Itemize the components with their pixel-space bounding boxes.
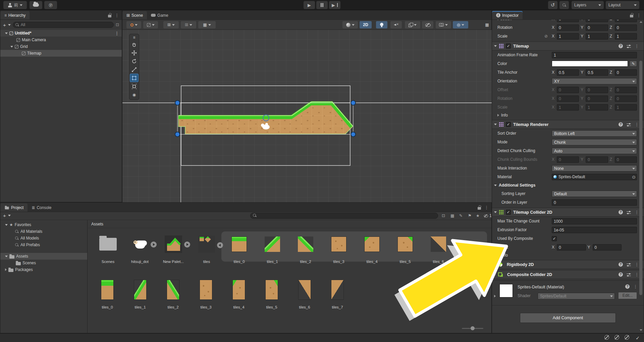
2d-toggle-button[interactable]: 2D (360, 21, 372, 28)
collab-muted-icon[interactable] (614, 335, 620, 341)
scene-visibility-button[interactable] (422, 21, 433, 28)
asset-item-tiles5[interactable]: tiles_5 (256, 276, 287, 309)
scale-z-field[interactable]: 1 (615, 33, 637, 40)
position-x-field[interactable]: 0 (557, 20, 579, 22)
asset-item-tiles7[interactable]: tiles_7 (322, 276, 353, 309)
tree-packages[interactable]: Packages (0, 266, 87, 273)
preset-icon[interactable] (627, 210, 631, 214)
pause-button[interactable] (316, 1, 328, 9)
sort-order-dropdown[interactable]: Bottom Left (552, 130, 637, 137)
slider-knob[interactable] (471, 326, 475, 330)
hierarchy-row-tilemap[interactable]: Tilemap (0, 50, 122, 57)
cloud-button[interactable] (30, 1, 42, 9)
hierarchy-row-grid[interactable]: Grid (0, 43, 122, 50)
expand-arrow-button[interactable] (151, 242, 157, 248)
version-control-button[interactable]: ℗ (44, 1, 57, 9)
tree-all-models[interactable]: All Models (0, 235, 87, 242)
orientation-dropdown[interactable]: XY (552, 78, 637, 84)
rotate-tool[interactable] (130, 57, 139, 65)
anchor-z-field[interactable]: 0 (615, 69, 637, 76)
tab-game[interactable]: Game (147, 11, 172, 19)
tool-settings-dropdown[interactable] (126, 21, 141, 28)
foldout-arrow-icon[interactable] (5, 256, 8, 257)
asset-item-tiles6-sheet[interactable]: tiles_6 (423, 231, 454, 264)
position-z-field[interactable]: 0 (615, 20, 637, 22)
kebab-icon[interactable]: ⋮ (115, 13, 119, 18)
hierarchy-row-main-camera[interactable]: Main Camera (0, 37, 122, 43)
foldout-arrow-icon[interactable] (494, 295, 496, 297)
scale-y-field[interactable]: 1 (586, 33, 608, 40)
material-swatch[interactable] (499, 284, 513, 297)
layout-dropdown[interactable]: Layout (606, 1, 639, 9)
anchor-x-field[interactable]: 0.5 (557, 69, 579, 76)
foldout-arrow-icon[interactable] (494, 211, 497, 213)
component-header-tilemap-renderer[interactable]: ✓ Tilemap Renderer ? ⋮ (492, 120, 644, 129)
component-header-tilemap-collider[interactable]: ✓ Tilemap Collider 2D ? ⋮ (492, 208, 644, 217)
hierarchy-search-input[interactable]: All (13, 22, 114, 28)
console-ok-icon[interactable]: ✓ (635, 335, 641, 341)
audio-toggle-button[interactable] (390, 21, 402, 28)
chevron-down-icon[interactable] (8, 24, 11, 26)
palette-menu-icon[interactable]: ≡ (130, 35, 139, 40)
material-object-field[interactable]: Sprites-Default ⊙ (552, 174, 637, 180)
create-asset-button[interactable]: + (3, 213, 6, 218)
open-search-icon[interactable]: ⊡ (442, 213, 445, 218)
detect-chunk-dropdown[interactable]: Auto (552, 148, 637, 154)
collapse-arrow-button[interactable] (217, 242, 223, 248)
asset-item-tiles1[interactable]: tiles_1 (125, 276, 156, 309)
add-object-button[interactable]: + (3, 22, 6, 28)
play-button[interactable]: ▶ (304, 1, 315, 9)
edit-material-button[interactable]: Edit... (618, 292, 637, 299)
rotation-x-field[interactable]: 0 (557, 24, 579, 31)
scale-tool[interactable] (130, 65, 139, 74)
tree-scenes[interactable]: Scenes (0, 260, 87, 266)
component-enabled-checkbox[interactable]: ✓ (506, 210, 511, 215)
move-tool[interactable] (130, 49, 139, 57)
foldout-arrow-icon[interactable] (5, 268, 7, 271)
chevron-down-icon[interactable] (8, 215, 11, 216)
step-button[interactable]: ▶ (329, 1, 340, 9)
edit-filter-icon[interactable]: ✎ (459, 213, 463, 218)
collider-offset-y-field[interactable]: 0 (593, 244, 622, 251)
eyedropper-icon[interactable]: ✎ (630, 61, 637, 67)
asset-item-tiles1-sheet[interactable]: tiles_1 (257, 231, 288, 264)
color-swatch[interactable] (552, 61, 628, 67)
notifications-muted-icon[interactable] (624, 335, 630, 341)
snap-increment-dropdown[interactable]: ⊞ (181, 21, 196, 28)
help-icon[interactable]: ? (625, 284, 630, 289)
assets-breadcrumb[interactable]: Assets (88, 220, 491, 228)
tree-favorites[interactable]: ★ Favorites (0, 221, 87, 228)
lock-icon[interactable] (630, 15, 633, 17)
asset-item-hitsuji-dot[interactable]: hitsuji_dot (124, 231, 155, 264)
order-in-layer-field[interactable]: 0 (552, 199, 637, 206)
shader-dropdown[interactable]: Sprites/Default (538, 293, 615, 299)
preset-icon[interactable] (627, 273, 631, 277)
kebab-icon[interactable]: ⋮ (637, 13, 641, 18)
foldout-arrow-icon[interactable] (494, 273, 496, 276)
inspector-scrollbar[interactable] (639, 20, 643, 332)
preset-icon[interactable] (627, 44, 631, 48)
grid-snap-dropdown[interactable]: ⊞ (163, 21, 179, 28)
asset-item-new-palette[interactable]: New Palet... (158, 231, 189, 264)
preset-icon[interactable] (627, 123, 631, 127)
component-enabled-checkbox[interactable]: ✓ (506, 44, 511, 49)
scroll-down-arrow[interactable] (640, 329, 642, 331)
account-button[interactable]: 前 (3, 1, 27, 9)
extrusion-factor-field[interactable]: 1e-05 (552, 227, 637, 233)
custom-tool[interactable]: ◉ (130, 90, 139, 99)
tree-all-materials[interactable]: All Materials (0, 228, 87, 235)
grid-visual-button[interactable]: ▦ (482, 21, 492, 28)
foldout-arrow-icon[interactable] (10, 46, 13, 48)
sprite-pack-icon[interactable]: ▦ (450, 213, 454, 218)
foldout-arrow-icon[interactable] (5, 32, 8, 34)
tab-scene[interactable]: ⊞ Scene (122, 11, 147, 19)
search-everywhere-button[interactable] (559, 1, 569, 9)
component-header-rigidbody[interactable]: Rigidbody 2D ? ⋮ (492, 260, 644, 269)
layers-dropdown[interactable]: Layers (572, 1, 604, 9)
tab-project[interactable]: Project (0, 203, 28, 212)
camera-settings-dropdown[interactable] (436, 21, 451, 28)
foldout-arrow-icon[interactable] (494, 124, 497, 125)
foldout-arrow-icon[interactable] (5, 224, 8, 226)
used-by-composite-checkbox[interactable]: ✓ (552, 236, 557, 241)
component-header-tilemap[interactable]: ✓ Tilemap ? ⋮ (492, 42, 644, 51)
